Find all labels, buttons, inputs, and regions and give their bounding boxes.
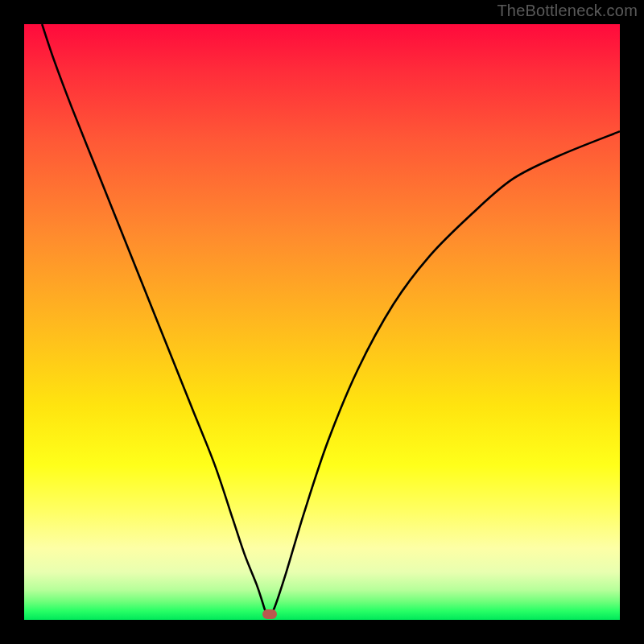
watermark-text: TheBottleneck.com [497, 2, 638, 20]
bottleneck-curve [24, 24, 620, 620]
curve-path [42, 24, 620, 614]
optimum-marker [262, 609, 277, 619]
plot-area [24, 24, 620, 620]
